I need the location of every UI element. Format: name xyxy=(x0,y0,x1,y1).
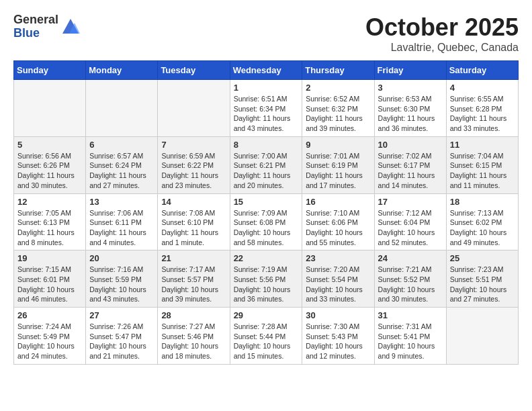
calendar-cell: 16Sunrise: 7:10 AMSunset: 6:06 PMDayligh… xyxy=(302,193,374,250)
calendar-table: SundayMondayTuesdayWednesdayThursdayFrid… xyxy=(13,60,519,365)
day-number: 29 xyxy=(234,310,299,320)
day-number: 21 xyxy=(161,253,226,263)
page-header: General Blue October 2025 Lavaltrie, Que… xyxy=(13,13,519,54)
logo-icon xyxy=(61,17,80,36)
day-number: 26 xyxy=(17,310,82,320)
calendar-cell: 31Sunrise: 7:31 AMSunset: 5:41 PMDayligh… xyxy=(374,308,446,365)
calendar-cell: 29Sunrise: 7:28 AMSunset: 5:44 PMDayligh… xyxy=(230,308,302,365)
day-info: Sunrise: 7:28 AMSunset: 5:44 PMDaylight:… xyxy=(234,322,299,361)
day-info: Sunrise: 7:19 AMSunset: 5:56 PMDaylight:… xyxy=(234,265,299,304)
calendar-cell xyxy=(158,80,230,137)
day-info: Sunrise: 6:59 AMSunset: 6:22 PMDaylight:… xyxy=(161,151,226,191)
calendar-cell: 20Sunrise: 7:16 AMSunset: 5:59 PMDayligh… xyxy=(86,250,158,308)
calendar-cell: 30Sunrise: 7:30 AMSunset: 5:43 PMDayligh… xyxy=(302,308,374,365)
day-info: Sunrise: 7:24 AMSunset: 5:49 PMDaylight:… xyxy=(17,322,82,361)
day-number: 4 xyxy=(450,83,515,93)
day-number: 11 xyxy=(450,140,515,150)
day-number: 12 xyxy=(17,197,82,207)
calendar-cell: 3Sunrise: 6:53 AMSunset: 6:30 PMDaylight… xyxy=(374,80,446,137)
day-number: 10 xyxy=(378,140,443,150)
month-title: October 2025 xyxy=(365,13,519,42)
day-info: Sunrise: 6:53 AMSunset: 6:30 PMDaylight:… xyxy=(378,94,443,134)
calendar-cell: 1Sunrise: 6:51 AMSunset: 6:34 PMDaylight… xyxy=(230,80,302,137)
logo: General Blue xyxy=(13,13,80,40)
calendar-cell: 15Sunrise: 7:09 AMSunset: 6:08 PMDayligh… xyxy=(230,193,302,250)
calendar-week-row: 1Sunrise: 6:51 AMSunset: 6:34 PMDaylight… xyxy=(14,80,519,137)
calendar-cell: 23Sunrise: 7:20 AMSunset: 5:54 PMDayligh… xyxy=(302,250,374,308)
day-number: 1 xyxy=(234,83,299,93)
day-number: 5 xyxy=(17,140,82,150)
day-info: Sunrise: 7:27 AMSunset: 5:46 PMDaylight:… xyxy=(161,322,226,361)
calendar-cell: 13Sunrise: 7:06 AMSunset: 6:11 PMDayligh… xyxy=(86,193,158,250)
day-number: 20 xyxy=(89,253,154,263)
logo-general-text: General xyxy=(13,13,58,27)
calendar-week-row: 5Sunrise: 6:56 AMSunset: 6:26 PMDaylight… xyxy=(14,136,519,193)
day-number: 31 xyxy=(378,310,443,320)
calendar-cell: 9Sunrise: 7:01 AMSunset: 6:19 PMDaylight… xyxy=(302,136,374,193)
day-info: Sunrise: 7:13 AMSunset: 6:02 PMDaylight:… xyxy=(450,208,515,248)
calendar-cell: 25Sunrise: 7:23 AMSunset: 5:51 PMDayligh… xyxy=(446,250,518,308)
day-number: 6 xyxy=(89,140,154,150)
calendar-cell: 5Sunrise: 6:56 AMSunset: 6:26 PMDaylight… xyxy=(14,136,86,193)
day-info: Sunrise: 7:09 AMSunset: 6:08 PMDaylight:… xyxy=(234,208,299,248)
day-number: 27 xyxy=(89,310,154,320)
day-number: 30 xyxy=(306,310,370,320)
day-number: 16 xyxy=(306,197,370,207)
day-number: 17 xyxy=(378,197,443,207)
calendar-cell: 19Sunrise: 7:15 AMSunset: 6:01 PMDayligh… xyxy=(14,250,86,308)
day-info: Sunrise: 7:31 AMSunset: 5:41 PMDaylight:… xyxy=(378,322,443,361)
title-block: October 2025 Lavaltrie, Quebec, Canada xyxy=(365,13,519,54)
calendar-cell: 10Sunrise: 7:02 AMSunset: 6:17 PMDayligh… xyxy=(374,136,446,193)
day-info: Sunrise: 7:20 AMSunset: 5:54 PMDaylight:… xyxy=(306,265,370,304)
day-info: Sunrise: 6:56 AMSunset: 6:26 PMDaylight:… xyxy=(17,151,82,191)
calendar-cell xyxy=(14,80,86,137)
day-info: Sunrise: 7:04 AMSunset: 6:15 PMDaylight:… xyxy=(450,151,515,191)
calendar-cell: 18Sunrise: 7:13 AMSunset: 6:02 PMDayligh… xyxy=(446,193,518,250)
day-info: Sunrise: 7:23 AMSunset: 5:51 PMDaylight:… xyxy=(450,265,515,304)
weekday-header-monday: Monday xyxy=(86,61,158,80)
day-number: 18 xyxy=(450,197,515,207)
day-info: Sunrise: 7:12 AMSunset: 6:04 PMDaylight:… xyxy=(378,208,443,248)
weekday-header-friday: Friday xyxy=(374,61,446,80)
day-number: 9 xyxy=(306,140,370,150)
day-info: Sunrise: 6:57 AMSunset: 6:24 PMDaylight:… xyxy=(89,151,154,191)
weekday-header-tuesday: Tuesday xyxy=(158,61,230,80)
calendar-week-row: 19Sunrise: 7:15 AMSunset: 6:01 PMDayligh… xyxy=(14,250,519,308)
calendar-cell: 2Sunrise: 6:52 AMSunset: 6:32 PMDaylight… xyxy=(302,80,374,137)
calendar-cell: 28Sunrise: 7:27 AMSunset: 5:46 PMDayligh… xyxy=(158,308,230,365)
calendar-cell: 11Sunrise: 7:04 AMSunset: 6:15 PMDayligh… xyxy=(446,136,518,193)
calendar-cell: 7Sunrise: 6:59 AMSunset: 6:22 PMDaylight… xyxy=(158,136,230,193)
day-number: 24 xyxy=(378,253,443,263)
day-info: Sunrise: 7:08 AMSunset: 6:10 PMDaylight:… xyxy=(161,208,226,248)
day-number: 8 xyxy=(234,140,299,150)
day-info: Sunrise: 7:06 AMSunset: 6:11 PMDaylight:… xyxy=(89,208,154,248)
calendar-cell: 24Sunrise: 7:21 AMSunset: 5:52 PMDayligh… xyxy=(374,250,446,308)
weekday-header-saturday: Saturday xyxy=(446,61,518,80)
day-number: 28 xyxy=(161,310,226,320)
day-number: 22 xyxy=(234,253,299,263)
day-number: 23 xyxy=(306,253,370,263)
calendar-week-row: 26Sunrise: 7:24 AMSunset: 5:49 PMDayligh… xyxy=(14,308,519,365)
calendar-cell: 8Sunrise: 7:00 AMSunset: 6:21 PMDaylight… xyxy=(230,136,302,193)
day-info: Sunrise: 7:02 AMSunset: 6:17 PMDaylight:… xyxy=(378,151,443,191)
calendar-cell: 21Sunrise: 7:17 AMSunset: 5:57 PMDayligh… xyxy=(158,250,230,308)
day-info: Sunrise: 7:16 AMSunset: 5:59 PMDaylight:… xyxy=(89,265,154,304)
day-info: Sunrise: 6:55 AMSunset: 6:28 PMDaylight:… xyxy=(450,94,515,134)
day-info: Sunrise: 6:52 AMSunset: 6:32 PMDaylight:… xyxy=(306,94,370,134)
day-info: Sunrise: 7:21 AMSunset: 5:52 PMDaylight:… xyxy=(378,265,443,304)
location-text: Lavaltrie, Quebec, Canada xyxy=(365,42,519,54)
day-info: Sunrise: 7:00 AMSunset: 6:21 PMDaylight:… xyxy=(234,151,299,191)
day-number: 19 xyxy=(17,253,82,263)
day-info: Sunrise: 7:15 AMSunset: 6:01 PMDaylight:… xyxy=(17,265,82,304)
calendar-cell: 26Sunrise: 7:24 AMSunset: 5:49 PMDayligh… xyxy=(14,308,86,365)
day-number: 14 xyxy=(161,197,226,207)
calendar-cell xyxy=(446,308,518,365)
weekday-header-wednesday: Wednesday xyxy=(230,61,302,80)
day-number: 25 xyxy=(450,253,515,263)
weekday-header-row: SundayMondayTuesdayWednesdayThursdayFrid… xyxy=(14,61,519,80)
weekday-header-sunday: Sunday xyxy=(14,61,86,80)
weekday-header-thursday: Thursday xyxy=(302,61,374,80)
day-info: Sunrise: 7:17 AMSunset: 5:57 PMDaylight:… xyxy=(161,265,226,304)
day-number: 2 xyxy=(306,83,370,93)
calendar-cell: 14Sunrise: 7:08 AMSunset: 6:10 PMDayligh… xyxy=(158,193,230,250)
